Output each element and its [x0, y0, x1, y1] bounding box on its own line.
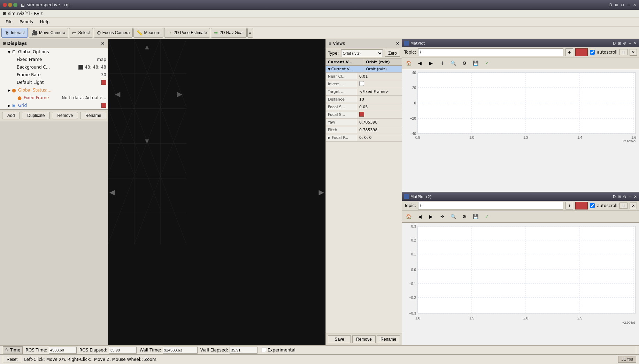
- remove-display-button[interactable]: Remove: [52, 112, 78, 119]
- matplot1-autoscroll-cb[interactable]: [590, 50, 595, 55]
- ros-time-input[interactable]: [49, 347, 77, 354]
- tree-item-frame-rate[interactable]: Frame Rate 30: [0, 71, 108, 79]
- help-icon[interactable]: ⊙: [621, 3, 624, 7]
- reset-button[interactable]: Reset: [3, 356, 21, 363]
- minimize-btn[interactable]: [8, 3, 12, 7]
- pose-estimate-button[interactable]: → 2D Pose Estimate: [164, 28, 210, 38]
- minus-icon[interactable]: −: [627, 3, 630, 7]
- prop-focal-point[interactable]: ▶ Focal P... 0; 0; 0: [326, 134, 402, 142]
- prop-target[interactable]: Target ... <Fixed Frame>: [326, 88, 402, 96]
- add-display-button[interactable]: Add: [2, 112, 20, 119]
- views-save-btn[interactable]: Save: [328, 335, 351, 343]
- tree-item-fixed-frame[interactable]: Fixed Frame map: [0, 56, 108, 63]
- matplot1-dock-icon[interactable]: D: [613, 41, 616, 46]
- focal-shape-checkbox[interactable]: [359, 112, 364, 117]
- matplot2-save-btn[interactable]: 💾: [471, 212, 480, 221]
- viewport-right-arrow[interactable]: ▶: [317, 187, 325, 198]
- matplot1-clear-btn[interactable]: ✕: [630, 49, 637, 56]
- prop-invert[interactable]: Invert ...: [326, 80, 402, 88]
- matplot1-save-btn[interactable]: 💾: [471, 59, 480, 68]
- interact-button[interactable]: 🖱 Interact: [1, 28, 28, 38]
- tree-item-fixed-frame-status[interactable]: ● Fixed Frame No tf data. Actual e...: [0, 94, 108, 102]
- matplot2-forward-btn[interactable]: ▶: [426, 212, 436, 221]
- experimental-checkbox[interactable]: [262, 348, 266, 352]
- matplot1-check-btn[interactable]: ✓: [482, 59, 491, 68]
- wall-elapsed-input[interactable]: [230, 347, 257, 354]
- matplot2-check-btn[interactable]: ✓: [482, 212, 491, 221]
- maximize-btn[interactable]: [13, 3, 17, 7]
- grid-checkbox[interactable]: [101, 103, 106, 108]
- matplot2-add-btn[interactable]: +: [565, 202, 573, 209]
- nav-goal-button[interactable]: ⇒ 2D Nav Goal: [211, 28, 247, 38]
- matplot2-close-icon[interactable]: ✕: [634, 195, 637, 199]
- matplot1-zoom-btn[interactable]: 🔍: [449, 59, 458, 68]
- move-camera-button[interactable]: 🎥 Move Camera: [29, 28, 68, 38]
- prop-distance[interactable]: Distance 10: [326, 96, 402, 103]
- menu-file[interactable]: File: [2, 19, 16, 25]
- matplot1-forward-btn[interactable]: ▶: [426, 59, 436, 68]
- rename-display-button[interactable]: Rename: [80, 112, 106, 119]
- matplot1-cfg-icon[interactable]: ⊞: [618, 41, 621, 46]
- prop-focal-shape[interactable]: Focal S...: [326, 111, 402, 119]
- prop-yaw[interactable]: Yaw 0.785398: [326, 119, 402, 126]
- matplot1-min-icon[interactable]: −: [629, 41, 632, 46]
- default-light-checkbox[interactable]: [101, 80, 106, 85]
- views-type-select[interactable]: Orbit (rviz): [341, 49, 383, 57]
- select-button[interactable]: ▭ Select: [69, 28, 93, 38]
- prop-pitch[interactable]: Pitch 0.785398: [326, 126, 402, 134]
- menu-help[interactable]: Help: [37, 19, 53, 25]
- tree-item-global-status[interactable]: ▶ ● Global Status:...: [0, 86, 108, 94]
- views-close-btn[interactable]: ✕: [396, 41, 399, 46]
- close-icon[interactable]: ✕: [633, 3, 636, 7]
- wall-time-input[interactable]: [163, 347, 198, 354]
- matplot2-pan-btn[interactable]: ✛: [438, 212, 447, 221]
- matplot2-back-btn[interactable]: ◀: [415, 212, 424, 221]
- more-tools-button[interactable]: »: [247, 28, 253, 38]
- matplot2-topic-input[interactable]: [418, 202, 563, 209]
- matplot2-dock-icon[interactable]: D: [613, 195, 616, 199]
- matplot1-back-btn[interactable]: ◀: [415, 59, 424, 68]
- matplot2-autoscroll-cb[interactable]: [590, 203, 595, 208]
- views-current-row[interactable]: ▼ Current V... Orbit (rviz): [326, 66, 402, 73]
- views-rename-btn[interactable]: Rename: [377, 335, 400, 343]
- dock-icon[interactable]: D: [609, 3, 612, 7]
- ros-elapsed-input[interactable]: [109, 347, 137, 354]
- matplot1-pause-btn[interactable]: ⏸: [619, 49, 628, 55]
- window-controls[interactable]: [3, 3, 17, 7]
- 3d-viewport[interactable]: ▲ ▼ ◀ ▶ ◀ ▶: [108, 39, 325, 345]
- matplot1-pan-btn[interactable]: ✛: [438, 59, 447, 68]
- matplot1-close-icon[interactable]: ✕: [634, 41, 637, 46]
- prop-focal-size[interactable]: Focal S... 0.05: [326, 103, 402, 111]
- duplicate-display-button[interactable]: Duplicate: [22, 112, 50, 119]
- views-remove-btn[interactable]: Remove: [352, 335, 375, 343]
- tree-item-background-color[interactable]: Background C... 48; 48; 48: [0, 63, 108, 71]
- focus-camera-button[interactable]: ⊕ Focus Camera: [94, 28, 133, 38]
- matplot2-home-btn[interactable]: 🏠: [404, 212, 413, 221]
- tree-item-grid[interactable]: ▶ ⊞ Grid: [0, 102, 108, 109]
- measure-button[interactable]: 📏 Measure: [133, 28, 163, 38]
- displays-close-btn[interactable]: ✕: [101, 41, 105, 46]
- matplot2-min-icon[interactable]: −: [629, 195, 632, 199]
- matplot1-config-btn[interactable]: ⚙: [460, 59, 469, 68]
- matplot1-home-btn[interactable]: 🏠: [404, 59, 413, 68]
- matplot2-help-icon[interactable]: ⊙: [623, 195, 626, 199]
- matplot1-color-btn[interactable]: [575, 48, 588, 56]
- prop-near-clip[interactable]: Near Cl... 0.01: [326, 73, 402, 80]
- tree-item-global-options[interactable]: ▼ ⊞ Global Options: [0, 48, 108, 56]
- matplot2-color-btn[interactable]: [575, 202, 588, 209]
- matplot2-zoom-btn[interactable]: 🔍: [449, 212, 458, 221]
- matplot1-topic-input[interactable]: [418, 48, 563, 56]
- detach-icon[interactable]: ⊞: [615, 3, 618, 7]
- invert-checkbox[interactable]: [359, 81, 364, 86]
- matplot2-cfg-icon[interactable]: ⊞: [618, 195, 621, 199]
- matplot2-pause-btn[interactable]: ⏸: [619, 203, 628, 209]
- matplot2-config-btn[interactable]: ⚙: [460, 212, 469, 221]
- menu-panels[interactable]: Panels: [16, 19, 37, 25]
- tree-item-default-light[interactable]: Default Light: [0, 79, 108, 86]
- time-section[interactable]: ⏱ Time: [3, 346, 23, 354]
- views-zero-btn[interactable]: Zero: [385, 50, 400, 57]
- close-btn[interactable]: [3, 3, 7, 7]
- matplot1-help-icon[interactable]: ⊙: [623, 41, 626, 46]
- viewport-left-arrow[interactable]: ◀: [108, 187, 116, 198]
- matplot2-clear-btn[interactable]: ✕: [630, 203, 637, 209]
